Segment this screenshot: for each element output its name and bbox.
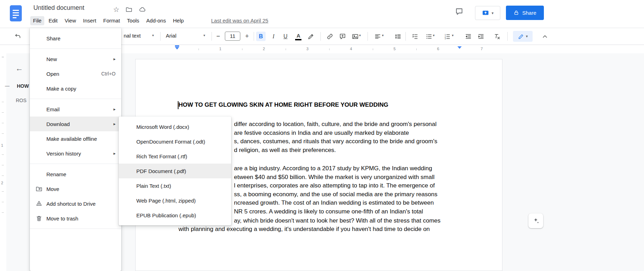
insert-image-button[interactable]: [351, 32, 360, 41]
present-button[interactable]: ▾: [475, 6, 500, 20]
line-spacing-button[interactable]: [393, 32, 403, 41]
menu-item-rtf[interactable]: Rich Text Format (.rtf): [119, 149, 231, 164]
logo-line: [13, 15, 19, 16]
docs-logo-icon[interactable]: [10, 5, 22, 21]
toolbar-divider: [507, 32, 508, 41]
chevron-down-icon[interactable]: ▾: [359, 33, 361, 37]
increase-indent-button[interactable]: [476, 32, 486, 41]
right-indent-marker[interactable]: [457, 46, 462, 49]
menu-item-label: Web Page (.html, zipped): [136, 198, 196, 204]
chevron-down-icon[interactable]: ▾: [152, 33, 154, 37]
chevron-down-icon[interactable]: ▾: [492, 11, 494, 15]
numbered-list-button[interactable]: 123: [443, 32, 452, 41]
menu-item-label: Make available offline: [46, 136, 97, 142]
ruler-tick: [2, 176, 4, 176]
comments-icon[interactable]: [455, 7, 464, 16]
chevron-down-icon[interactable]: ▾: [433, 33, 435, 37]
align-button[interactable]: [373, 32, 382, 41]
menu-item-docx[interactable]: Microsoft Word (.docx): [119, 119, 231, 134]
bold-button[interactable]: B: [256, 32, 266, 41]
explore-button[interactable]: [528, 213, 543, 228]
menu-item-txt[interactable]: Plain Text (.txt): [119, 178, 231, 193]
chevron-down-icon[interactable]: ▾: [526, 34, 528, 39]
menu-item-make-a-copy[interactable]: Make a copy: [30, 81, 121, 96]
menu-item-open[interactable]: Open Ctrl+O: [30, 66, 121, 81]
ruler-number: 2: [1, 181, 3, 185]
increase-font-size-button[interactable]: +: [242, 32, 252, 41]
doc-text-line: with planning and executing a wedding, i…: [178, 226, 430, 233]
star-icon[interactable]: ☆: [112, 5, 121, 14]
logo-line: [13, 17, 17, 18]
menu-item-move[interactable]: Move: [30, 181, 121, 196]
first-line-indent-marker[interactable]: [175, 45, 179, 47]
add-comment-button[interactable]: [338, 32, 347, 41]
menu-help[interactable]: Help: [170, 16, 187, 25]
menu-edit[interactable]: Edit: [46, 16, 60, 25]
chevron-down-icon[interactable]: ▾: [452, 33, 454, 37]
cloud-status-icon[interactable]: [138, 5, 147, 14]
ruler-number: 3: [304, 47, 311, 51]
menu-item-label: Microsoft Word (.docx): [136, 124, 189, 130]
menu-file[interactable]: File: [30, 16, 44, 25]
font-size-input[interactable]: 11: [225, 32, 240, 41]
last-edit-link[interactable]: Last edit was on April 25: [211, 18, 268, 24]
menu-item-label: Rename: [46, 171, 66, 177]
doc-text-line: s, dances, costumes, and rituals that va…: [234, 138, 437, 145]
menu-item-email[interactable]: Email ▸: [30, 102, 121, 117]
insert-link-button[interactable]: [325, 32, 334, 41]
menu-insert[interactable]: Insert: [80, 16, 99, 25]
menu-view[interactable]: View: [62, 16, 79, 25]
menu-item-make-available-offline[interactable]: Make available offline: [30, 131, 121, 146]
clear-formatting-button[interactable]: [493, 32, 502, 41]
menu-item-odt[interactable]: OpenDocument Format (.odt): [119, 134, 231, 149]
menu-item-shortcut: Ctrl+O: [101, 71, 116, 77]
chevron-down-icon[interactable]: ▾: [382, 33, 384, 37]
underline-button[interactable]: U: [281, 32, 290, 41]
highlight-color-button[interactable]: [306, 32, 316, 41]
menu-item-label: OpenDocument Format (.odt): [136, 139, 205, 145]
logo-line: [13, 12, 19, 13]
menu-item-new[interactable]: New ▸: [30, 52, 121, 66]
menu-item-move-to-trash[interactable]: Move to trash: [30, 211, 121, 226]
doc-text-line: ay, which bride doesn't want to look her…: [234, 217, 441, 224]
undo-button[interactable]: [13, 32, 22, 41]
menu-item-add-shortcut-to-drive[interactable]: Add shortcut to Drive: [30, 196, 121, 211]
move-folder-icon[interactable]: [124, 5, 134, 14]
menu-addons[interactable]: Add-ons: [143, 16, 169, 25]
editing-mode-button[interactable]: ▾: [513, 31, 533, 42]
document-title[interactable]: Untitled document: [33, 4, 84, 12]
outline-item[interactable]: ROS: [16, 98, 26, 103]
toolbar-divider: [367, 32, 368, 41]
decrease-indent-button[interactable]: [464, 32, 473, 41]
ruler-tick: [373, 48, 373, 50]
menu-item-download[interactable]: Download ▸: [30, 117, 121, 131]
menu-item-pdf[interactable]: PDF Document (.pdf): [119, 164, 231, 178]
left-indent-marker[interactable]: [175, 47, 179, 49]
ruler-tick: [329, 48, 330, 50]
menu-item-label: PDF Document (.pdf): [136, 168, 186, 174]
menu-item-label: Rich Text Format (.rtf): [136, 153, 187, 159]
chevron-down-icon[interactable]: ▾: [203, 33, 205, 37]
menu-item-epub[interactable]: EPUB Publication (.epub): [119, 208, 231, 223]
outline-item[interactable]: HOW: [17, 83, 29, 89]
menu-item-label: Add shortcut to Drive: [46, 201, 96, 207]
checklist-button[interactable]: [410, 32, 419, 41]
font-dropdown[interactable]: Arial: [166, 33, 176, 39]
menu-tools[interactable]: Tools: [124, 16, 142, 25]
menu-item-web-page[interactable]: Web Page (.html, zipped): [119, 193, 231, 208]
menu-item-version-history[interactable]: Version history ▸: [30, 146, 121, 161]
toolbar-divider: [254, 32, 254, 41]
styles-dropdown[interactable]: nal text: [124, 33, 141, 39]
menu-format[interactable]: Format: [100, 16, 123, 25]
menu-item-rename[interactable]: Rename: [30, 167, 121, 181]
hide-outline-button[interactable]: ←: [15, 64, 23, 73]
menu-divider: [30, 99, 121, 99]
bulleted-list-button[interactable]: [424, 32, 434, 41]
italic-button[interactable]: I: [269, 32, 278, 41]
share-button[interactable]: Share: [506, 6, 544, 20]
menu-item-share[interactable]: Share: [30, 31, 121, 46]
decrease-font-size-button[interactable]: −: [214, 32, 223, 41]
menu-item-label: Make a copy: [46, 86, 76, 92]
collapse-toolbar-button[interactable]: [540, 32, 549, 41]
ruler-number: 5: [391, 47, 398, 51]
